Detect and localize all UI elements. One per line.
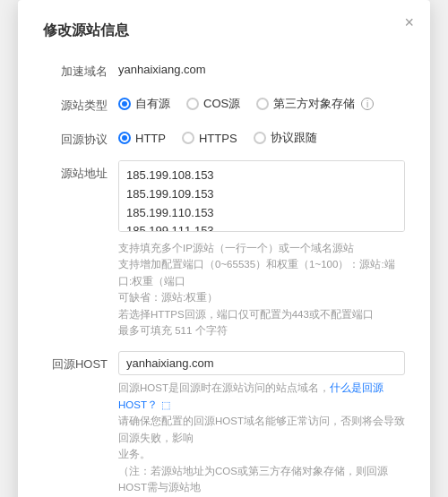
address-hint-3: 可缺省：源站:权重） [118,289,405,305]
protocol-http-label: HTTP [135,132,166,145]
source-type-group: 自有源 COS源 第三方对象存储 i [118,92,405,112]
close-button[interactable]: × [404,14,414,30]
address-label: 源站地址 [43,160,108,182]
address-hint-4: 若选择HTTPS回源，端口仅可配置为443或不配置端口 [118,306,405,322]
host-hint-main-text: 回源HOST是回源时在源站访问的站点域名， [118,382,330,393]
address-hint-5: 最多可填充 511 个字符 [118,322,405,338]
host-hint-line4: （注：若源站地址为COS或第三方存储对象存储，则回源HOST需与源站地 [118,463,405,496]
protocol-follow[interactable]: 协议跟随 [254,130,317,146]
host-input[interactable] [118,351,405,375]
address-hint-2: 支持增加配置端口（0~65535）和权重（1~100）：源站:端口:权重（端口 [118,256,405,289]
radio-http-circle [118,132,131,144]
address-hint: 支持填充多个IP源站（一行一个）或一个域名源站 支持增加配置端口（0~65535… [118,240,405,338]
source-type-cos-label: COS源 [203,96,240,112]
host-hint-line2: 请确保您配置的回源HOST域名能够正常访问，否则将会导致回源失败，影响 [118,413,405,446]
radio-follow-circle [254,132,266,144]
radio-https-circle [182,132,194,144]
source-type-own[interactable]: 自有源 [118,96,170,112]
host-hint-line1: 回源HOST是回源时在源站访问的站点域名，什么是回源HOST？ ⬚ [118,380,405,413]
protocol-https[interactable]: HTTPS [182,132,237,145]
address-content: 185.199.108.153 185.199.109.153 185.199.… [118,160,405,338]
source-type-row: 源站类型 自有源 COS源 第三方对象存储 i [43,92,405,114]
protocol-label: 回源协议 [43,126,108,148]
domain-label: 加速域名 [43,58,108,80]
domain-value: yanhaixiang.com [118,58,405,76]
source-type-label: 源站类型 [43,92,108,114]
host-label: 回源HOST [43,351,108,373]
info-icon[interactable]: i [361,98,374,110]
radio-cos-circle [186,98,199,110]
radio-own-circle [118,98,131,110]
address-row: 源站地址 185.199.108.153 185.199.109.153 185… [43,160,405,338]
external-link-icon: ⬚ [161,399,170,410]
protocol-group: HTTP HTTPS 协议跟随 [118,126,405,146]
host-hint: 回源HOST是回源时在源站访问的站点域名，什么是回源HOST？ ⬚ 请确保您配置… [118,380,405,497]
protocol-https-label: HTTPS [199,132,237,145]
radio-third-circle [256,98,269,110]
protocol-follow-label: 协议跟随 [271,130,317,146]
address-hint-1: 支持填充多个IP源站（一行一个）或一个域名源站 [118,240,405,256]
protocol-row: 回源协议 HTTP HTTPS 协议跟随 [43,126,405,148]
dialog-title: 修改源站信息 [43,21,405,40]
host-content: 回源HOST是回源时在源站访问的站点域名，什么是回源HOST？ ⬚ 请确保您配置… [118,351,405,497]
source-type-cos[interactable]: COS源 [186,96,240,112]
source-type-third[interactable]: 第三方对象存储 i [256,96,374,112]
address-textarea[interactable]: 185.199.108.153 185.199.109.153 185.199.… [118,160,405,232]
source-type-third-label: 第三方对象存储 [273,96,355,112]
domain-row: 加速域名 yanhaixiang.com [43,58,405,80]
host-row: 回源HOST 回源HOST是回源时在源站访问的站点域名，什么是回源HOST？ ⬚… [43,351,405,497]
host-hint-line3: 业务。 [118,446,405,462]
modify-origin-dialog: 修改源站信息 × 加速域名 yanhaixiang.com 源站类型 自有源 C… [18,0,430,497]
protocol-http[interactable]: HTTP [118,132,166,145]
source-type-own-label: 自有源 [135,96,170,112]
